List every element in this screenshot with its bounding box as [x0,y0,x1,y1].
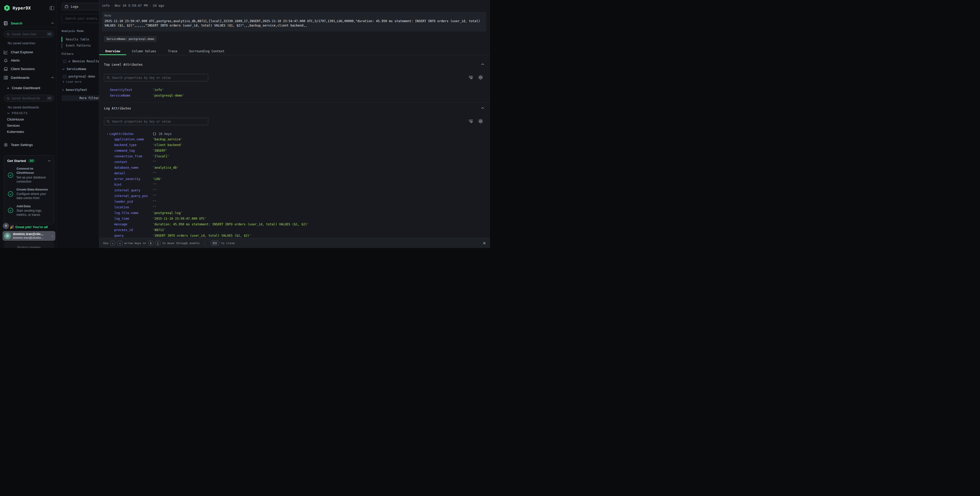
user-account-card[interactable]: D dominic.tran@clic... dominic.tran@clic… [3,231,55,241]
attribute-value[interactable]: "[local]" [153,155,169,158]
attribute-value[interactable]: "" [153,160,156,164]
attribute-key[interactable]: location [114,206,153,209]
attribute-key[interactable]: backend_type [114,143,153,147]
mode-results-table[interactable]: Results Table [62,37,99,42]
gear-icon[interactable] [478,119,483,124]
user-name: dominic.tran@clic... [13,232,50,236]
postgresql-demo-checkbox[interactable] [63,75,67,78]
line-wrap-icon[interactable] [469,119,473,123]
attribute-row: internal_query_pos"" [114,193,309,199]
attribute-key[interactable]: error_severity [114,177,153,181]
attribute-value[interactable]: "" [153,194,156,198]
separator-dot: · [110,3,115,8]
attribute-value[interactable]: "LOG" [153,177,162,181]
attribute-key[interactable]: log.file.name [114,211,153,215]
log-attributes-search-input[interactable]: Search properties by key or value [104,118,208,125]
gear-icon[interactable] [478,75,483,80]
preset-item-clickhouse[interactable]: ClickHouse [7,117,24,122]
attribute-value[interactable]: "info" [153,88,164,92]
attribute-key[interactable]: ServiceName [110,94,153,97]
attribute-key[interactable]: SeverityText [110,88,153,92]
load-more-button[interactable]: Load more [62,80,81,84]
attribute-value[interactable]: "" [153,200,156,203]
attribute-value[interactable]: "" [153,183,156,187]
logo-row: HyperDX [3,5,54,11]
attribute-value[interactable]: "analytics_db" [153,166,178,169]
create-dashboard-button[interactable]: + Create Dashboard [7,85,40,91]
sidebar-item-dashboards[interactable]: Dashboards [3,75,54,81]
sidebar-item-team-settings[interactable]: Team Settings [3,142,33,148]
attribute-value[interactable]: "" [153,206,156,209]
attribute-value[interactable]: "INSERT" [153,149,167,153]
service-filter-label[interactable]: postgresql-demo [68,75,95,78]
service-name-tag[interactable]: ServiceName: postgresql-demo [104,36,157,42]
event-search-input[interactable]: Search your events... [62,14,99,23]
filter-group-servicename[interactable]: ServiceName [62,67,99,71]
attribute-key[interactable]: hint [114,183,153,187]
chevron-up-icon[interactable] [481,107,484,109]
chevron-up-icon[interactable] [48,160,51,162]
line-wrap-icon[interactable] [469,75,473,79]
attribute-key[interactable]: message [114,223,153,226]
tab-column-values[interactable]: Column Values [126,47,162,55]
tab-trace[interactable]: Trace [162,47,183,55]
sidebar-item-alerts[interactable]: Alerts [3,57,54,63]
attribute-key[interactable]: log_time [114,217,153,220]
sidebar-collapse-icon[interactable] [50,6,54,10]
saved-searches-input[interactable]: Saved Searches ⌘K [4,31,54,38]
attribute-value[interactable]: "" [153,172,156,175]
attribute-key[interactable]: database_name [114,166,153,169]
chevron-up-icon[interactable] [51,77,54,78]
attribute-value[interactable]: "client backend" [153,143,183,147]
mode-event-patterns[interactable]: Event Patterns [62,43,99,48]
filter-group-severitytext[interactable]: SeverityText [62,88,99,92]
tab-overview[interactable]: Overview [99,47,126,55]
attribute-value[interactable]: "duration: 45.950 ms statement: INSERT I… [153,223,309,226]
denoise-checkbox[interactable] [63,60,67,63]
sidebar-item-search[interactable]: Search [3,20,54,26]
attribute-key[interactable]: internal_query [114,188,153,192]
top-level-attributes-search-input[interactable]: Search properties by key or value [104,74,208,81]
preset-item-kubernetes[interactable]: Kubernetes [7,130,24,134]
attribute-key[interactable]: process_id [114,228,153,232]
get-started-item[interactable]: Add Data Start sending logs, metrics, or… [7,204,51,217]
denoise-label[interactable]: Denoise Results [72,59,99,63]
attribute-value[interactable]: "" [153,188,156,192]
attribute-key[interactable]: internal_query_pos [114,194,153,198]
sidebar-item-client-sessions[interactable]: Client Sessions [3,66,54,72]
attribute-row: location"" [114,204,309,210]
chevron-up-icon[interactable] [51,22,54,24]
attribute-key[interactable]: connection_from [114,155,153,158]
service-filter-row: postgresql-demo [63,74,99,79]
product-updates-card[interactable]: Product updates [4,242,54,248]
help-button[interactable]: ? [3,223,9,229]
get-started-item[interactable]: Connect to ClickHouse Set up your databa… [7,167,51,183]
source-select[interactable]: Logs [62,3,99,10]
preset-item-services[interactable]: Services [7,124,20,128]
get-started-header[interactable]: Get Started 3/3 [7,159,51,163]
sidebar-item-chart-explorer[interactable]: Chart Explorer [3,49,54,55]
tab-surrounding-context[interactable]: Surrounding Context [183,47,230,55]
check-circle-icon [8,207,13,213]
attribute-key[interactable]: detail [114,172,153,175]
chevron-up-icon[interactable] [481,63,484,65]
more-filters-button[interactable]: More filters [62,95,99,101]
attribute-key[interactable]: command_tag [114,149,153,153]
attribute-value[interactable]: "88711" [153,228,166,232]
close-icon[interactable]: ✕ [482,241,487,246]
attribute-value[interactable]: "backup_service" [153,137,183,141]
get-started-item[interactable]: Create Data Sources Configure where your… [7,188,51,200]
attribute-key[interactable]: query [114,234,153,238]
attribute-value[interactable]: "2025-11-10 23:59:47.000 UTC" [153,217,207,220]
attribute-key[interactable]: application_name [114,137,153,141]
attribute-key[interactable]: context [114,160,153,164]
search-icon [107,120,110,123]
presets-toggle[interactable]: PRESETS [7,112,28,115]
attribute-value[interactable]: "postgresql-demo" [153,94,184,97]
attribute-value[interactable]: "postgresql.log" [153,211,183,215]
attribute-key[interactable]: leader_pid [114,200,153,203]
attribute-value[interactable]: "INSERT INTO orders (user_id, total) VAL… [153,234,251,238]
log-attributes-root-row[interactable]: ▾ LogAttributes {} 28 keys [107,131,134,137]
saved-dashboards-input[interactable]: Saved Dashboards ⌘K [4,95,54,102]
body-text[interactable]: 2025-11-10 23:59:47.000 UTC,postgres,ana… [105,19,480,28]
